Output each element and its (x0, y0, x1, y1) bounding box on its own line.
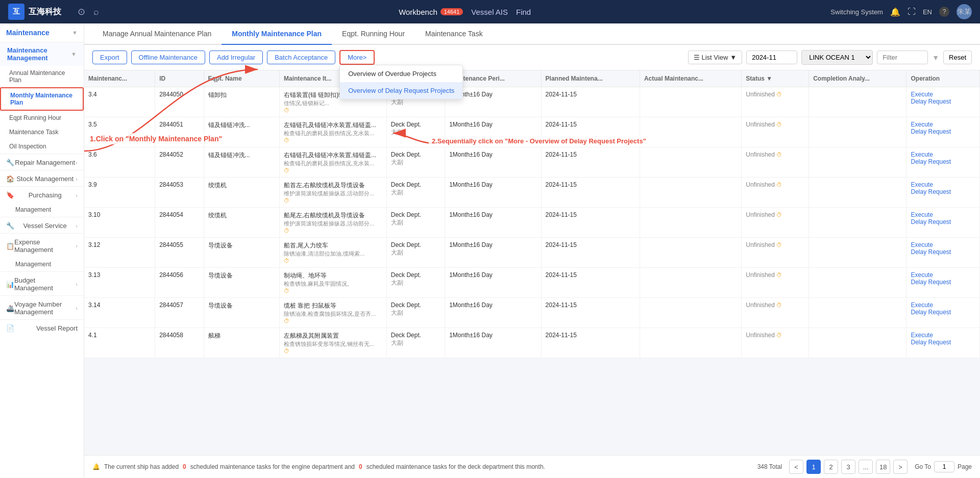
fullscreen-icon[interactable]: ⛶ (908, 7, 916, 16)
cell-actual (640, 117, 741, 147)
execute-link[interactable]: Execute (911, 91, 975, 98)
sidebar-item-monthly-plan[interactable]: Monthly Maintenance Plan (0, 87, 84, 111)
sidebar-item-expense-sub[interactable]: Management (0, 257, 84, 271)
reset-button[interactable]: Reset (943, 51, 972, 64)
logo[interactable]: 互 互海科技 (8, 4, 69, 20)
dropdown-item-overdue[interactable]: Overview of Overdue Projects (340, 65, 462, 82)
sidebar-stock-management[interactable]: 🏠 Stock Management › (0, 170, 84, 186)
list-view-button[interactable]: ☰ List View ▼ (688, 51, 743, 64)
goto-page-input[interactable] (934, 461, 954, 472)
execute-link[interactable]: Execute (911, 271, 975, 279)
cell-period: 1Month±16 Day (445, 268, 541, 298)
cell-status: Unfinished ⏱ (742, 208, 809, 238)
vessel-ais-link[interactable]: Vessel AIS (471, 8, 508, 16)
avatar[interactable]: 朱某 (957, 4, 972, 19)
lang-label[interactable]: EN (923, 8, 932, 16)
cell-dept: Deck Dept.大副 (386, 328, 445, 358)
list-chevron: ▼ (730, 54, 737, 61)
execute-link[interactable]: Execute (911, 301, 975, 309)
filter-icon[interactable]: ▼ (932, 54, 939, 62)
page-prev-btn[interactable]: < (789, 460, 803, 474)
delay-request-link[interactable]: Delay Request (911, 218, 975, 225)
search-icon[interactable]: ⌕ (93, 7, 99, 17)
execute-link[interactable]: Execute (911, 121, 975, 128)
eqpt-running-label: Eqpt Running Hour (9, 114, 61, 121)
execute-link[interactable]: Execute (911, 151, 975, 158)
cell-planned: 2024-11-15 (541, 268, 640, 298)
page-3-btn[interactable]: 3 (841, 460, 855, 474)
sidebar-item-oil-inspection[interactable]: Oil Inspection (0, 139, 84, 154)
export-button[interactable]: Export (92, 51, 127, 64)
delay-request-link[interactable]: Delay Request (911, 158, 975, 165)
budget-icon: 📊 (6, 281, 14, 288)
sidebar-maintenance-header[interactable]: Maintenance ▼ (0, 23, 84, 42)
find-link[interactable]: Find (516, 8, 531, 16)
cell-status: Unfinished ⏱ (742, 178, 809, 208)
cell-planned: 2024-11-15 (541, 328, 640, 358)
sidebar-expense-management[interactable]: 📋 Expense Management › (0, 233, 84, 257)
tab-task[interactable]: Maintenance Task (415, 23, 493, 45)
sidebar-vessel-report[interactable]: 📄 Vessel Report (0, 319, 84, 336)
add-irregular-button[interactable]: Add Irregular (209, 51, 263, 64)
tab-eqpt[interactable]: Eqpt. Running Hour (332, 23, 415, 45)
cell-operation[interactable]: Execute Delay Request (906, 117, 980, 147)
delay-request-link[interactable]: Delay Request (911, 339, 975, 346)
tab-monthly[interactable]: Monthly Maintenance Plan (222, 23, 332, 45)
bell-icon[interactable]: 🔔 (890, 7, 900, 17)
execute-link[interactable]: Execute (911, 241, 975, 248)
nav-center: Workbench 14641 Vessel AIS Find (107, 8, 822, 16)
cell-eqpt: 绞缆机 (204, 178, 279, 208)
help-icon[interactable]: ? (939, 7, 949, 17)
cell-dept: Deck Dept.大副 (386, 298, 445, 328)
sidebar-item-purchasing-management[interactable]: Management (0, 203, 84, 217)
cell-operation[interactable]: Execute Delay Request (906, 208, 980, 238)
total-label: 348 Total (757, 463, 782, 470)
sidebar-purchasing[interactable]: 🔖 Purchasing › (0, 186, 84, 203)
page-18-btn[interactable]: 18 (876, 460, 890, 474)
cell-dept: Deck Dept.大副 (386, 117, 445, 147)
delay-request-link[interactable]: Delay Request (911, 279, 975, 286)
sidebar-budget-management[interactable]: 📊 Budget Management › (0, 271, 84, 295)
offline-maintenance-button[interactable]: Offline Maintenance (131, 51, 205, 64)
cell-operation[interactable]: Execute Delay Request (906, 268, 980, 298)
cell-operation[interactable]: Execute Delay Request (906, 87, 980, 117)
vessel-select[interactable]: LINK OCEAN 1 (801, 50, 873, 65)
sidebar-vessel-service[interactable]: 🔧 Vessel Service › (0, 217, 84, 233)
cell-operation[interactable]: Execute Delay Request (906, 328, 980, 358)
page-1-btn[interactable]: 1 (806, 460, 821, 474)
execute-link[interactable]: Execute (911, 211, 975, 218)
delay-request-link[interactable]: Delay Request (911, 248, 975, 256)
cell-operation[interactable]: Execute Delay Request (906, 298, 980, 328)
sidebar-item-eqpt-running[interactable]: Eqpt Running Hour (0, 111, 84, 125)
delay-request-link[interactable]: Delay Request (911, 98, 975, 105)
sidebar-maintenance-management[interactable]: Maintenance Management ▼ (0, 42, 84, 66)
batch-acceptance-button[interactable]: Batch Acceptance (267, 51, 335, 64)
col-analysis: Completion Analy... (809, 70, 906, 87)
filter-input[interactable] (877, 51, 928, 64)
execute-link[interactable]: Execute (911, 181, 975, 188)
delay-request-link[interactable]: Delay Request (911, 309, 975, 316)
history-icon[interactable]: ⊙ (78, 6, 85, 17)
delay-request-link[interactable]: Delay Request (911, 188, 975, 195)
col-status-sort[interactable]: ▼ (766, 75, 772, 82)
sidebar-repair-management[interactable]: 🔧 Repair Management › (0, 154, 84, 170)
switching-system[interactable]: Switching System (830, 8, 883, 16)
stock-chevron: › (76, 176, 78, 182)
sidebar-item-annual-plan[interactable]: Annual Maintenance Plan (0, 66, 84, 87)
cell-operation[interactable]: Execute Delay Request (906, 147, 980, 178)
dropdown-item-delay[interactable]: Overview of Delay Request Projects (340, 82, 462, 99)
sidebar-item-maintenance-task[interactable]: Maintenance Task (0, 125, 84, 139)
cell-operation[interactable]: Execute Delay Request (906, 178, 980, 208)
tab-annual[interactable]: Manage Annual Maintenance Plan (92, 23, 222, 45)
more-button[interactable]: More> (339, 50, 375, 65)
deck-task-count: 0 (359, 463, 362, 470)
page-next-btn[interactable]: > (893, 460, 908, 474)
execute-link[interactable]: Execute (911, 332, 975, 339)
workbench-button[interactable]: Workbench 14641 (399, 8, 463, 16)
date-input[interactable] (746, 51, 797, 64)
cell-operation[interactable]: Execute Delay Request (906, 238, 980, 268)
toolbar: Export Offline Maintenance Add Irregular… (84, 45, 980, 70)
delay-request-link[interactable]: Delay Request (911, 128, 975, 135)
sidebar-voyage-number[interactable]: 🚢 Voyage Number Management › (0, 295, 84, 319)
page-2-btn[interactable]: 2 (824, 460, 838, 474)
